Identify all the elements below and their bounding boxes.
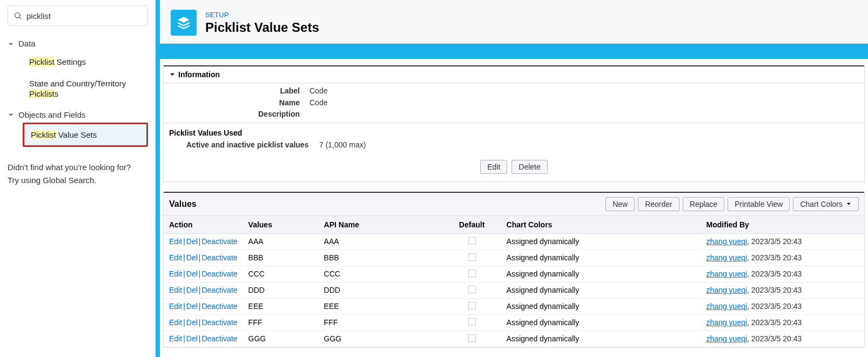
row-del-link[interactable]: Del	[186, 334, 198, 343]
row-value: CCC	[243, 266, 319, 282]
help-line-2: Try using Global Search.	[8, 174, 148, 187]
table-row: Edit|Del|Deactivate FFF FFF Assigned dyn…	[164, 314, 864, 331]
sidebar: Data Picklist Settings State and Country…	[0, 0, 156, 357]
modified-by-user-link[interactable]: zhang yueqi	[706, 334, 748, 343]
row-deactivate-link[interactable]: Deactivate	[201, 270, 237, 278]
search-box[interactable]	[8, 5, 148, 26]
row-actions-cell: Edit|Del|Deactivate	[164, 298, 243, 314]
row-del-link[interactable]: Del	[186, 286, 198, 294]
tree-header-data[interactable]: Data	[8, 36, 148, 51]
pvu-row-value: 7 (1,000 max)	[319, 139, 366, 151]
row-edit-link[interactable]: Edit	[169, 334, 182, 343]
row-default-cell	[443, 282, 501, 298]
modified-by-user-link[interactable]: zhang yueqi	[706, 318, 748, 327]
row-edit-link[interactable]: Edit	[169, 318, 182, 327]
caret-down-icon	[169, 71, 176, 78]
delete-button[interactable]: Delete	[512, 160, 547, 174]
layers-icon	[177, 16, 191, 30]
row-value: GGG	[243, 331, 319, 347]
default-checkbox[interactable]	[468, 334, 476, 342]
info-name-value: Code	[309, 97, 327, 109]
modified-by-user-link[interactable]: zhang yueqi	[706, 253, 748, 262]
row-deactivate-link[interactable]: Deactivate	[201, 253, 237, 262]
default-checkbox[interactable]	[468, 237, 476, 245]
row-edit-link[interactable]: Edit	[169, 253, 182, 262]
tree-item-text: State and Country/Territory	[29, 79, 126, 88]
col-colors: Chart Colors	[501, 215, 701, 233]
row-modified-by: zhang yueqi, 2023/3/5 20:43	[701, 266, 864, 282]
picklist-values-used-header: Picklist Values Used	[164, 126, 864, 139]
row-value: EEE	[243, 298, 319, 314]
tree-item-text: Value Sets	[56, 130, 97, 139]
tree-section-data: Data Picklist Settings State and Country…	[8, 36, 148, 105]
row-deactivate-link[interactable]: Deactivate	[201, 237, 237, 246]
svg-point-0	[15, 13, 20, 18]
row-chart-colors: Assigned dynamically	[501, 250, 701, 266]
info-label-label: Label	[164, 85, 309, 97]
tree-item-hl: Picklist	[29, 89, 55, 98]
sidebar-item-picklist-settings[interactable]: Picklist Settings	[23, 51, 148, 73]
modified-by-user-link[interactable]: zhang yueqi	[706, 286, 748, 294]
new-button[interactable]: New	[605, 197, 635, 211]
info-description-label: Description	[164, 109, 309, 120]
row-api-name: BBB	[319, 250, 443, 266]
modified-by-user-link[interactable]: zhang yueqi	[706, 270, 748, 278]
default-checkbox[interactable]	[468, 318, 476, 326]
row-deactivate-link[interactable]: Deactivate	[201, 286, 237, 294]
default-checkbox[interactable]	[468, 253, 476, 261]
row-value: BBB	[243, 250, 319, 266]
row-edit-link[interactable]: Edit	[169, 302, 182, 311]
reorder-button[interactable]: Reorder	[638, 197, 679, 211]
row-edit-link[interactable]: Edit	[169, 237, 182, 246]
table-row: Edit|Del|Deactivate BBB BBB Assigned dyn…	[164, 250, 864, 266]
row-del-link[interactable]: Del	[186, 253, 198, 262]
page-header: SETUP Picklist Value Sets	[160, 0, 868, 44]
info-section-header[interactable]: Information	[164, 66, 864, 83]
values-table: Action Values API Name Default Chart Col…	[164, 215, 864, 347]
col-default: Default	[443, 215, 501, 233]
help-line-1: Didn't find what you're looking for?	[8, 161, 148, 174]
sidebar-item-picklist-value-sets[interactable]: Picklist Value Sets	[23, 123, 148, 147]
default-checkbox[interactable]	[468, 270, 476, 277]
row-chart-colors: Assigned dynamically	[501, 314, 701, 331]
table-row: Edit|Del|Deactivate DDD DDD Assigned dyn…	[164, 282, 864, 298]
values-title: Values	[169, 199, 197, 209]
row-chart-colors: Assigned dynamically	[501, 298, 701, 314]
row-default-cell	[443, 233, 501, 250]
row-del-link[interactable]: Del	[186, 270, 198, 278]
row-api-name: DDD	[319, 282, 443, 298]
replace-button[interactable]: Replace	[683, 197, 724, 211]
modified-by-user-link[interactable]: zhang yueqi	[706, 237, 748, 246]
default-checkbox[interactable]	[468, 286, 476, 293]
tree-label: Objects and Fields	[18, 110, 85, 119]
printable-view-button[interactable]: Printable View	[728, 197, 790, 211]
row-del-link[interactable]: Del	[186, 302, 198, 311]
table-row: Edit|Del|Deactivate CCC CCC Assigned dyn…	[164, 266, 864, 282]
row-deactivate-link[interactable]: Deactivate	[201, 302, 237, 311]
tree-header-objects[interactable]: Objects and Fields	[8, 107, 148, 123]
row-modified-by: zhang yueqi, 2023/3/5 20:43	[701, 233, 864, 250]
sidebar-item-state-country[interactable]: State and Country/Territory Picklists	[23, 73, 148, 105]
chart-colors-button[interactable]: Chart Colors	[793, 197, 859, 211]
row-edit-link[interactable]: Edit	[169, 270, 182, 278]
info-button-row: Edit Delete	[164, 154, 864, 181]
row-deactivate-link[interactable]: Deactivate	[201, 318, 237, 327]
values-card: Values New Reorder Replace Printable Vie…	[163, 192, 865, 348]
modified-by-user-link[interactable]: zhang yueqi	[706, 302, 748, 311]
search-input[interactable]	[26, 11, 142, 21]
page-header-icon	[171, 10, 197, 36]
info-section-title: Information	[178, 70, 220, 79]
row-edit-link[interactable]: Edit	[169, 286, 182, 294]
row-deactivate-link[interactable]: Deactivate	[201, 334, 237, 343]
col-values: Values	[243, 215, 319, 233]
edit-button[interactable]: Edit	[480, 160, 507, 174]
row-actions-cell: Edit|Del|Deactivate	[164, 331, 243, 347]
row-del-link[interactable]: Del	[186, 237, 198, 246]
main-area: SETUP Picklist Value Sets Information La…	[160, 0, 868, 357]
row-del-link[interactable]: Del	[186, 318, 198, 327]
row-value: DDD	[243, 282, 319, 298]
table-row: Edit|Del|Deactivate AAA AAA Assigned dyn…	[164, 233, 864, 250]
row-default-cell	[443, 266, 501, 282]
default-checkbox[interactable]	[468, 302, 476, 309]
col-api: API Name	[319, 215, 443, 233]
